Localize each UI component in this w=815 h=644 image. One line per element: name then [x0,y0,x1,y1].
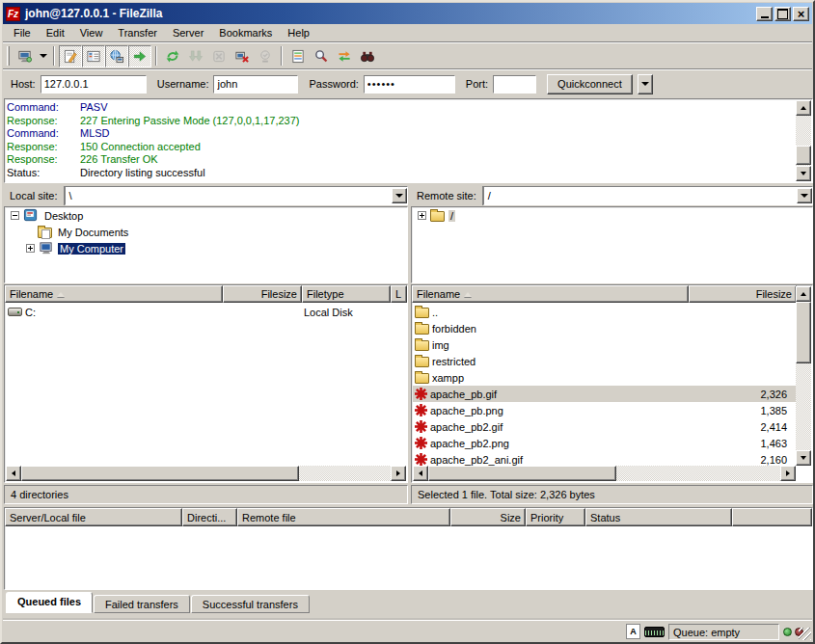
folder-open-icon [430,211,445,222]
local-site-combobox[interactable]: \ [65,186,408,205]
directory-comparison-button[interactable] [310,45,333,67]
scroll-up-button[interactable] [796,286,811,302]
column-remote-file[interactable]: Remote file [237,508,450,526]
menu-transfer[interactable]: Transfer [110,25,165,40]
column-last-modified[interactable]: L [391,285,407,303]
remote-site-combobox[interactable]: / [483,186,813,205]
cancel-icon [211,49,227,64]
remote-horizontal-scrollbar[interactable] [413,466,796,481]
column-filesize[interactable]: Filesize [223,285,302,303]
tree-item-label: My Documents [56,227,130,238]
column-status[interactable]: Status [585,508,732,526]
find-files-button[interactable] [356,45,379,67]
toggle-message-log-button[interactable] [59,45,82,67]
file-name: apache_pb.png [430,405,503,416]
cancel-operation-button[interactable] [207,45,231,67]
file-row-c-drive[interactable]: C: Local Disk [6,304,406,320]
log-text: PASV [80,101,108,115]
site-manager-button[interactable] [14,45,37,67]
toolbar-grip[interactable] [7,46,10,66]
menu-edit[interactable]: Edit [39,25,72,40]
menu-help[interactable]: Help [280,25,317,40]
scroll-up-button[interactable] [796,100,811,116]
log-label: Response: [7,153,80,167]
scroll-left-button[interactable] [6,466,21,481]
maximize-button[interactable] [774,7,791,21]
scrollbar-thumb[interactable] [796,302,811,363]
file-row[interactable]: forbidden [413,320,796,336]
password-input[interactable] [364,75,455,94]
scroll-right-button[interactable] [391,466,406,481]
scroll-left-button[interactable] [413,466,428,481]
synchronized-browsing-button[interactable] [333,45,356,67]
menu-bookmarks[interactable]: Bookmarks [211,25,280,40]
tab-failed-transfers[interactable]: Failed transfers [94,595,190,613]
column-direction[interactable]: Directi... [182,508,237,526]
site-manager-dropdown[interactable] [37,45,49,67]
file-name: .. [432,307,438,318]
column-priority[interactable]: Priority [526,508,585,526]
local-horizontal-scrollbar[interactable] [6,466,406,481]
column-server-local-file[interactable]: Server/Local file [5,508,182,526]
host-input[interactable] [41,75,147,94]
file-row[interactable]: apache_pb2_ani.gif 2,160 [413,451,796,466]
refresh-button[interactable] [161,45,184,67]
tree-item-root[interactable]: / [412,207,812,224]
port-input[interactable] [493,75,536,94]
scrollbar-thumb[interactable] [21,466,299,481]
resize-grip[interactable] [799,628,811,640]
directory-listing-filter-button[interactable] [286,45,310,67]
expand-icon[interactable] [26,244,35,253]
collapse-icon[interactable] [11,211,19,220]
scrollbar-thumb[interactable] [796,146,811,165]
scroll-right-button[interactable] [780,466,796,481]
username-input[interactable] [213,75,298,94]
menu-view[interactable]: View [72,25,111,40]
tab-successful-transfers[interactable]: Successful transfers [191,595,310,613]
quickconnect-button[interactable]: Quickconnect [547,74,633,94]
process-queue-button[interactable] [184,45,207,67]
file-row[interactable]: img [413,336,796,353]
remote-vertical-scrollbar[interactable] [796,286,811,466]
compare-icon [313,49,329,64]
scroll-down-button[interactable] [796,450,811,466]
log-label: Command: [7,101,80,115]
tree-item-desktop[interactable]: Desktop [5,207,407,224]
file-row-selected[interactable]: apache_pb.gif 2,326 [413,386,796,402]
column-filetype[interactable]: Filetype [302,285,391,303]
scrollbar-thumb[interactable] [428,466,616,481]
file-row[interactable]: xampp [413,369,796,386]
column-filesize[interactable]: Filesize [689,285,797,303]
activity-led-green-icon [783,628,792,636]
file-row[interactable]: .. [413,304,796,320]
arrow-down-icon [801,456,806,460]
titlebar[interactable]: Fz john@127.0.0.1 - FileZilla [3,3,812,24]
local-site-dropdown[interactable] [392,188,407,203]
disconnect-button[interactable] [231,45,254,67]
file-row[interactable]: apache_pb2.gif 2,414 [413,418,796,435]
column-filename[interactable]: Filename [5,285,223,303]
menu-file[interactable]: File [6,25,39,40]
menu-server[interactable]: Server [165,25,211,40]
remote-site-dropdown[interactable] [797,188,812,203]
expand-icon[interactable] [418,211,426,220]
toggle-remote-treeview-button[interactable] [105,45,128,67]
file-row[interactable]: apache_pb.png 1,385 [413,402,796,418]
file-row[interactable]: apache_pb2.png 1,463 [413,435,796,451]
folder-icon [415,340,429,351]
file-row[interactable]: restricted [413,353,796,369]
toggle-transfer-queue-button[interactable] [128,45,151,67]
local-file-list: Filename Filesize Filetype L C: Local Di… [4,284,408,483]
log-scrollbar[interactable] [796,100,811,181]
tree-item-my-computer[interactable]: My Computer [5,240,407,256]
close-button[interactable] [793,7,809,21]
tab-queued-files[interactable]: Queued files [6,592,93,613]
column-size[interactable]: Size [450,508,526,526]
minimize-button[interactable] [756,7,773,21]
scroll-down-button[interactable] [796,166,811,181]
reconnect-button[interactable] [254,45,277,67]
quickconnect-dropdown[interactable] [638,74,653,94]
toggle-local-treeview-button[interactable] [82,45,105,67]
tree-item-my-documents[interactable]: My Documents [5,224,407,240]
column-filename[interactable]: Filename [412,285,689,303]
